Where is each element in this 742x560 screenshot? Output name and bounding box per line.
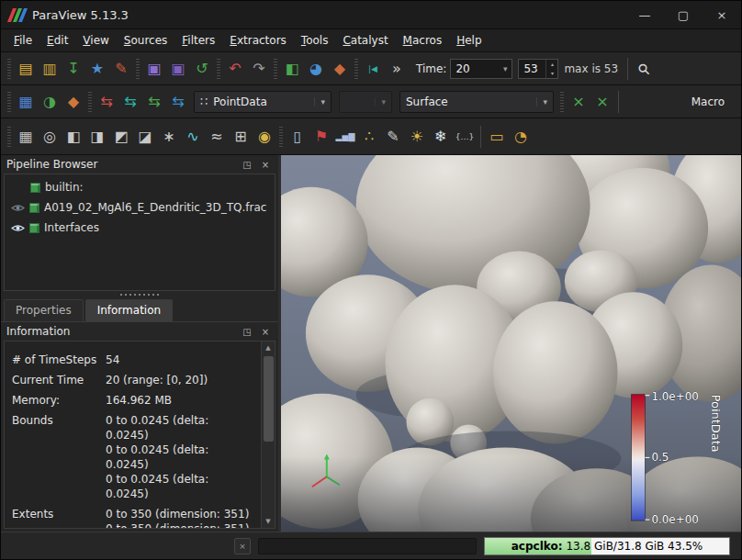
save-state-icon[interactable]: ▣ (166, 57, 190, 81)
zoom-to-data-icon[interactable]: × (567, 90, 590, 114)
ruler-icon[interactable]: ▭ (485, 125, 509, 149)
spin-down-icon[interactable]: ▾ (546, 69, 557, 78)
representation-select[interactable]: Surface ▾ (399, 91, 554, 113)
save-screenshot-icon[interactable]: ↧ (62, 57, 85, 81)
extract-group-icon[interactable]: ◉ (253, 125, 276, 149)
slice-icon[interactable]: ◨ (85, 125, 109, 149)
chevron-down-icon: ▾ (536, 97, 547, 106)
menu-item-help[interactable]: Help (449, 31, 489, 50)
scroll-up-icon[interactable]: ▲ (262, 342, 275, 354)
render-canvas[interactable]: 1.0e+00 0.5 0.0e+00 PointData (281, 155, 741, 532)
search-icon[interactable]: ⚲ (627, 51, 661, 85)
menu-item-tools[interactable]: Tools (294, 31, 336, 50)
toolbar-drag-handle[interactable] (354, 59, 358, 79)
toggle-color-legend-icon[interactable]: ▦ (14, 90, 38, 114)
menu-item-filters[interactable]: Filters (174, 31, 222, 50)
macros-toolbar-label[interactable]: Macro (691, 95, 725, 108)
toolbar-drag-handle[interactable] (7, 92, 11, 112)
spinbox-arrows[interactable]: ▴▾ (545, 60, 557, 78)
tab-properties[interactable]: Properties (4, 299, 84, 321)
histogram-icon[interactable]: ▂▅▇ (333, 125, 357, 149)
menu-item-catalyst[interactable]: Catalyst (335, 31, 395, 50)
component-select[interactable]: ▾ (339, 91, 392, 113)
warp-by-vector-icon[interactable]: ≈ (205, 125, 229, 149)
tab-information[interactable]: Information (85, 299, 173, 321)
menu-item-macros[interactable]: Macros (396, 31, 450, 50)
menu-item-extractors[interactable]: Extractors (222, 31, 294, 50)
stream-tracer-icon[interactable]: ∿ (181, 125, 205, 149)
toolbar-drag-handle[interactable] (560, 92, 564, 112)
menu-item-view[interactable]: View (75, 31, 116, 50)
pipeline-item-source[interactable]: A019_02_MgAl6_E_Dendritic_3D_TQ.frac (5, 197, 275, 218)
information-scrollbar[interactable]: ▲ ▼ (261, 342, 275, 528)
abort-progress-button[interactable]: × (234, 538, 251, 554)
plot-over-line-icon[interactable]: ✎ (381, 125, 405, 149)
annotation-flag-icon[interactable]: ⚑ (309, 125, 333, 149)
separate-color-map-icon[interactable]: ◆ (62, 90, 85, 114)
maximize-button[interactable]: ▢ (664, 1, 703, 28)
menu-item-sources[interactable]: Sources (117, 31, 174, 50)
pipeline-item-interfaces[interactable]: Interfaces (5, 218, 275, 238)
color-map-editor-icon[interactable]: ◆ (328, 57, 352, 81)
camera-redo-icon[interactable]: ◕ (304, 57, 328, 81)
frame-spinbox[interactable]: 53 ▴▾ (518, 59, 558, 79)
export-scene-icon[interactable]: ★ (85, 57, 109, 81)
rescale-to-custom-range-icon[interactable]: ⇆ (118, 90, 142, 114)
clip-icon[interactable]: ◧ (62, 125, 85, 149)
panel-header-buttons: ◳ × (240, 158, 273, 171)
calculator-icon[interactable]: ▦ (14, 125, 38, 149)
glyph-filter-icon[interactable]: ∗ (157, 125, 181, 149)
zoom-closest-to-data-icon[interactable]: × (590, 90, 614, 114)
close-button[interactable]: × (703, 1, 741, 28)
visibility-eye-icon[interactable] (10, 223, 25, 233)
information-float-button[interactable]: ◳ (240, 325, 254, 338)
rescale-over-time-icon[interactable]: ⇆ (142, 90, 166, 114)
toolbar-drag-handle[interactable] (217, 59, 220, 79)
toolbar-drag-handle[interactable] (279, 127, 283, 147)
scatter-plot-icon[interactable]: ∴ (357, 125, 381, 149)
reset-session-icon[interactable]: ↺ (190, 57, 214, 81)
minimize-button[interactable]: — (625, 1, 664, 28)
toolbar-overflow-icon[interactable]: » (385, 57, 409, 81)
contour-icon[interactable]: ◎ (38, 125, 62, 149)
first-frame-icon[interactable]: |◀ (361, 57, 385, 81)
rescale-to-visible-range-icon[interactable]: ⇆ (166, 90, 190, 114)
undo-icon[interactable]: ↶ (223, 57, 247, 81)
toolbar-drag-handle[interactable] (136, 59, 140, 79)
toolbar-drag-handle[interactable] (7, 127, 11, 147)
camera-undo-icon[interactable]: ◧ (280, 57, 304, 81)
load-palette-icon[interactable]: ✎ (109, 57, 133, 81)
pipeline-item-builtin[interactable]: builtin: (5, 177, 275, 197)
extract-subset-icon[interactable]: ◪ (133, 125, 157, 149)
toolbar-drag-handle[interactable] (7, 59, 11, 79)
pipeline-close-button[interactable]: × (258, 158, 273, 171)
pipeline-float-button[interactable]: ◳ (240, 158, 254, 171)
rescale-to-data-range-icon[interactable]: ⇆ (95, 90, 118, 114)
protractor-icon[interactable]: ◔ (509, 125, 533, 149)
info-row-memory: Memory: 164.962 MB (12, 393, 254, 408)
open-file-icon[interactable]: ▤ (14, 57, 38, 81)
measurement-ruler-icon[interactable]: ▯ (286, 125, 309, 149)
information-close-button[interactable]: × (258, 325, 273, 338)
redo-icon[interactable]: ↷ (247, 57, 271, 81)
threshold-icon[interactable]: ◩ (109, 125, 133, 149)
menu-item-file[interactable]: File (6, 31, 39, 50)
color-array-select[interactable]: ∷ PointData ▾ (194, 91, 332, 113)
glyph-with-source-icon[interactable]: ❄ (429, 125, 453, 149)
spin-up-icon[interactable]: ▴ (546, 60, 557, 69)
menu-item-edit[interactable]: Edit (39, 31, 75, 50)
load-state-icon[interactable]: ▣ (142, 57, 166, 81)
visibility-eye-icon[interactable] (10, 203, 25, 213)
save-data-icon[interactable]: ▥ (38, 57, 62, 81)
programmable-filter-icon[interactable]: {…} (453, 125, 477, 149)
toolbar-drag-handle[interactable] (274, 59, 277, 79)
temporal-statistics-icon[interactable]: ☀ (405, 125, 429, 149)
time-value-input[interactable]: 20 ▾ (450, 59, 512, 79)
edit-color-map-icon[interactable]: ◑ (38, 90, 62, 114)
scroll-down-icon[interactable]: ▼ (262, 515, 275, 528)
panel-resize-handle[interactable] (1, 291, 278, 298)
toolbar-drag-handle[interactable] (88, 92, 92, 112)
group-datasets-icon[interactable]: ⊞ (229, 125, 253, 149)
scrollbar-thumb[interactable] (264, 356, 274, 442)
render-view[interactable]: 1.0e+00 0.5 0.0e+00 PointData (281, 155, 741, 532)
